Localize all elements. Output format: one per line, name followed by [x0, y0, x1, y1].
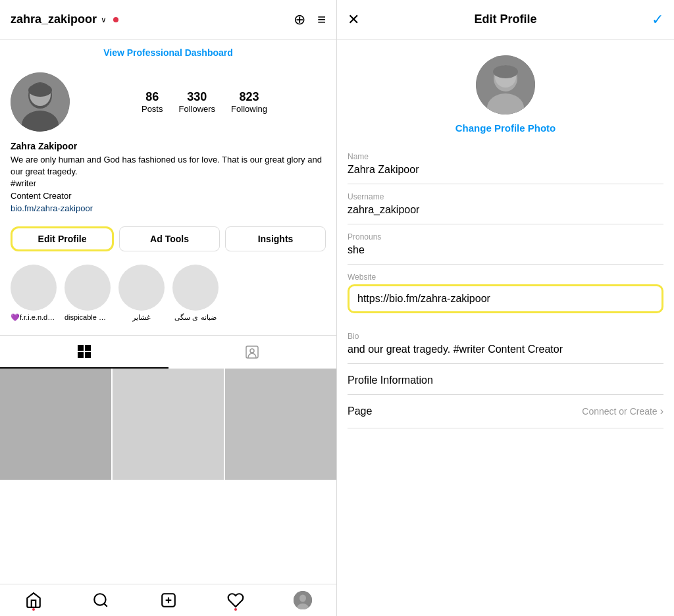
- pronouns-label: Pronouns: [348, 232, 663, 242]
- website-label: Website: [348, 272, 663, 282]
- nav-avatar: [294, 591, 312, 609]
- chevron-right-icon: ›: [660, 405, 663, 417]
- header-icons: ⊕ ≡: [294, 11, 326, 28]
- svg-point-17: [299, 595, 306, 602]
- close-icon[interactable]: ✕: [348, 11, 359, 28]
- followers-stat[interactable]: 330 Followers: [178, 90, 215, 114]
- name-label: Name: [348, 152, 663, 161]
- nav-home[interactable]: [0, 591, 67, 609]
- grid-tab[interactable]: [0, 336, 168, 369]
- menu-icon[interactable]: ≡: [317, 11, 326, 28]
- nav-likes[interactable]: [202, 591, 269, 609]
- posts-stat[interactable]: 86 Posts: [142, 90, 163, 114]
- avatar-image: [11, 72, 70, 132]
- story-item[interactable]: غشایر: [118, 265, 165, 322]
- website-field-container: Website https://bio.fm/zahra-zakipoor: [348, 265, 663, 324]
- profile-photo-section: Change Profile Photo: [337, 39, 674, 144]
- svg-point-23: [493, 65, 518, 78]
- bio-section: Zahra Zakipoor We are only human and God…: [0, 138, 336, 221]
- ad-tools-button[interactable]: Ad Tools: [119, 226, 220, 251]
- followers-count: 330: [187, 90, 207, 104]
- following-stat[interactable]: 823 Following: [231, 90, 267, 114]
- page-action[interactable]: Connect or Create ›: [582, 405, 663, 417]
- story-label: غشایر: [132, 313, 151, 322]
- tagged-icon: [244, 344, 260, 360]
- profile-info-section: Profile Information Page Connect or Crea…: [337, 364, 674, 428]
- avatar-svg: [11, 72, 70, 132]
- posts-label: Posts: [142, 104, 163, 114]
- likes-dot: [234, 608, 237, 611]
- bio-value[interactable]: and our great tragedy. #writer Content C…: [348, 344, 663, 355]
- grid-icon: [76, 344, 92, 359]
- profile-info-title: Profile Information: [348, 374, 663, 395]
- chevron-down-icon[interactable]: ∨: [101, 15, 107, 24]
- story-item[interactable]: 💜f.r.i.e.n.d.s...: [11, 265, 57, 322]
- following-count: 823: [240, 90, 259, 104]
- profile-section: 86 Posts 330 Followers 823 Following: [0, 66, 336, 138]
- website-field[interactable]: https://bio.fm/zahra-zakipoor: [348, 284, 663, 313]
- name-value[interactable]: Zahra Zakipoor: [348, 164, 663, 176]
- username-field: Username zahra_zakipoor: [348, 184, 663, 224]
- bottom-navigation: [0, 584, 336, 616]
- tagged-tab[interactable]: [168, 336, 337, 369]
- bio-link[interactable]: bio.fm/zahra-zakipoor: [11, 203, 326, 213]
- professional-dashboard-link[interactable]: View Professional Dashboard: [0, 39, 336, 66]
- nav-avatar-img: [294, 591, 312, 609]
- stats-container: 86 Posts 330 Followers 823 Following: [83, 90, 326, 114]
- svg-rect-8: [85, 352, 91, 358]
- action-buttons: Edit Profile Ad Tools Insights: [0, 221, 336, 257]
- bio-text: We are only human and God has fashioned …: [11, 154, 326, 202]
- edit-profile-button[interactable]: Edit Profile: [11, 226, 114, 251]
- story-label: 💜f.r.i.e.n.d.s...: [11, 313, 57, 322]
- svg-rect-7: [78, 352, 84, 358]
- add-post-icon[interactable]: ⊕: [294, 11, 305, 28]
- right-title: Edit Profile: [359, 13, 652, 26]
- nav-search[interactable]: [67, 591, 134, 609]
- right-avatar-svg: [476, 55, 535, 115]
- pronouns-value[interactable]: she: [348, 244, 663, 256]
- page-label: Page: [348, 405, 372, 417]
- username-text: zahra_zakipoor: [11, 13, 97, 26]
- content-tab-bar: [0, 335, 336, 369]
- page-row[interactable]: Page Connect or Create ›: [348, 395, 663, 428]
- bio-name: Zahra Zakipoor: [11, 141, 326, 151]
- following-label: Following: [231, 104, 267, 114]
- right-profile-avatar[interactable]: [476, 55, 535, 115]
- story-label: dispicable me...: [65, 313, 111, 321]
- svg-point-4: [28, 84, 52, 97]
- story-circle: [11, 265, 57, 311]
- username-value[interactable]: zahra_zakipoor: [348, 204, 663, 216]
- confirm-icon[interactable]: ✓: [652, 11, 663, 28]
- grid-cell[interactable]: [0, 369, 111, 480]
- add-icon: [160, 592, 177, 609]
- pronouns-field: Pronouns she: [348, 224, 663, 265]
- bio-field: Bio and our great tragedy. #writer Conte…: [348, 324, 663, 364]
- story-circle: [65, 265, 111, 311]
- right-panel: ✕ Edit Profile ✓ Change Profile Photo Na…: [337, 0, 674, 616]
- story-circle: [172, 265, 219, 311]
- svg-point-10: [250, 349, 254, 353]
- notification-dot: [113, 17, 118, 22]
- story-item[interactable]: ضبانه ی سگی: [172, 265, 219, 322]
- search-icon: [92, 592, 109, 609]
- form-section: Name Zahra Zakipoor Username zahra_zakip…: [337, 144, 674, 364]
- story-circle: [118, 265, 165, 311]
- username-label: Username: [348, 192, 663, 201]
- insights-button[interactable]: Insights: [225, 226, 326, 251]
- followers-label: Followers: [178, 104, 215, 114]
- home-icon: [25, 592, 42, 609]
- nav-profile[interactable]: [269, 591, 336, 609]
- left-panel: zahra_zakipoor ∨ ⊕ ≡ View Professional D…: [0, 0, 337, 616]
- grid-cell[interactable]: [225, 369, 336, 480]
- profile-avatar[interactable]: [11, 72, 70, 132]
- posts-count: 86: [145, 90, 159, 104]
- heart-icon: [227, 592, 244, 609]
- grid-cell[interactable]: [113, 369, 224, 480]
- nav-add[interactable]: [134, 591, 201, 609]
- right-header: ✕ Edit Profile ✓: [337, 0, 674, 39]
- svg-rect-6: [85, 345, 91, 351]
- svg-rect-5: [78, 345, 84, 351]
- bio-label: Bio: [348, 332, 663, 341]
- story-item[interactable]: dispicable me...: [65, 265, 111, 322]
- change-photo-button[interactable]: Change Profile Photo: [455, 122, 556, 134]
